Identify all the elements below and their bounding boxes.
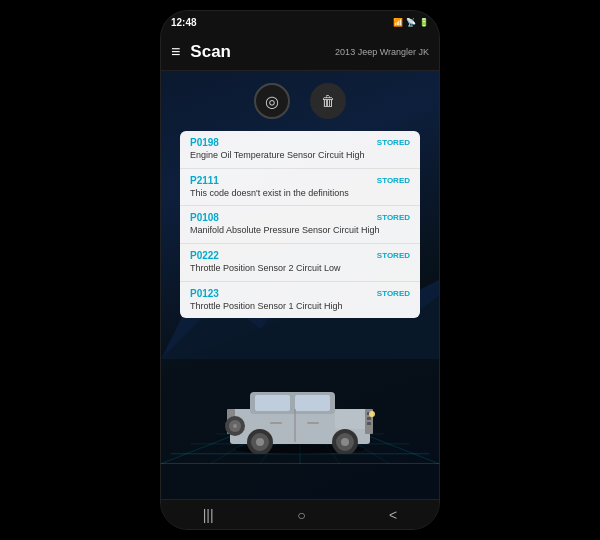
dtc-status: STORED bbox=[377, 251, 410, 260]
svg-rect-21 bbox=[335, 409, 367, 429]
battery-icon: 🔋 bbox=[419, 18, 429, 27]
dtc-description: Engine Oil Temperature Sensor Circuit Hi… bbox=[190, 150, 410, 162]
status-bar: 12:48 📶 📡 🔋 bbox=[161, 11, 439, 33]
recent-nav-button[interactable]: < bbox=[379, 503, 407, 527]
nav-bar: ≡ Scan 2013 Jeep Wrangler JK bbox=[161, 33, 439, 71]
scan-icon: ◎ bbox=[265, 92, 279, 111]
bottom-nav: ||| ○ < bbox=[161, 499, 439, 529]
status-time: 12:48 bbox=[171, 17, 197, 28]
svg-rect-18 bbox=[255, 395, 290, 411]
dtc-item[interactable]: P2111 STORED This code doesn't exist in … bbox=[180, 169, 420, 207]
car-image bbox=[215, 374, 385, 454]
dtc-item[interactable]: P0198 STORED Engine Oil Temperature Sens… bbox=[180, 131, 420, 169]
svg-point-39 bbox=[233, 424, 237, 428]
dtc-code: P0198 bbox=[190, 137, 219, 148]
dtc-description: Throttle Position Sensor 2 Circuit Low bbox=[190, 263, 410, 275]
phone-container: 12:48 📶 📡 🔋 ≡ Scan 2013 Jeep Wrangler JK… bbox=[160, 10, 440, 530]
dtc-status: STORED bbox=[377, 176, 410, 185]
main-content: ◎ 🗑 P0198 STORED Engine Oil Temperature … bbox=[161, 71, 439, 499]
dtc-code: P0222 bbox=[190, 250, 219, 261]
dtc-status: STORED bbox=[377, 289, 410, 298]
dtc-code: P0108 bbox=[190, 212, 219, 223]
svg-rect-24 bbox=[367, 417, 371, 420]
dtc-item[interactable]: P0222 STORED Throttle Position Sensor 2 … bbox=[180, 244, 420, 282]
svg-point-34 bbox=[256, 438, 264, 446]
dtc-item[interactable]: P0123 STORED Throttle Position Sensor 1 … bbox=[180, 282, 420, 319]
signal-icon: 📡 bbox=[406, 18, 416, 27]
dtc-status: STORED bbox=[377, 213, 410, 222]
svg-rect-35 bbox=[270, 422, 282, 424]
svg-rect-19 bbox=[295, 395, 330, 411]
dtc-list-card: P0198 STORED Engine Oil Temperature Sens… bbox=[180, 131, 420, 318]
dtc-description: Manifold Absolute Pressure Sensor Circui… bbox=[190, 225, 410, 237]
wifi-icon: 📶 bbox=[393, 18, 403, 27]
dtc-item[interactable]: P0108 STORED Manifold Absolute Pressure … bbox=[180, 206, 420, 244]
delete-button[interactable]: 🗑 bbox=[310, 83, 346, 119]
dtc-code: P0123 bbox=[190, 288, 219, 299]
svg-point-31 bbox=[341, 438, 349, 446]
action-buttons: ◎ 🗑 bbox=[254, 83, 346, 119]
scan-button[interactable]: ◎ bbox=[254, 83, 290, 119]
svg-rect-36 bbox=[307, 422, 319, 424]
home-nav-button[interactable]: ○ bbox=[287, 503, 315, 527]
back-nav-button[interactable]: ||| bbox=[193, 503, 224, 527]
svg-rect-25 bbox=[367, 422, 371, 425]
dtc-status: STORED bbox=[377, 138, 410, 147]
svg-point-26 bbox=[369, 411, 375, 417]
dtc-description: This code doesn't exist in the definitio… bbox=[190, 188, 410, 200]
vehicle-label: 2013 Jeep Wrangler JK bbox=[335, 47, 429, 57]
status-icons: 📶 📡 🔋 bbox=[393, 18, 429, 27]
menu-icon[interactable]: ≡ bbox=[171, 43, 180, 61]
page-title: Scan bbox=[190, 42, 335, 62]
dtc-description: Throttle Position Sensor 1 Circuit High bbox=[190, 301, 410, 313]
delete-icon: 🗑 bbox=[321, 93, 335, 109]
dtc-code: P2111 bbox=[190, 175, 219, 186]
